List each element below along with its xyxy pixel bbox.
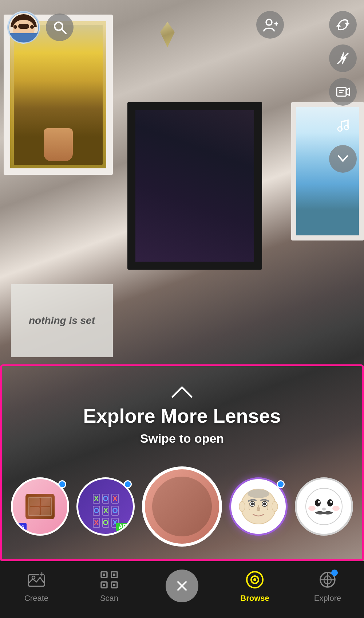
lens-old-portrait[interactable]: ✦ [229, 477, 288, 536]
svg-line-1 [62, 30, 66, 34]
nav-item-browse[interactable]: Browse [218, 569, 291, 603]
explore-notification-dot [331, 570, 338, 576]
svg-rect-38 [113, 574, 115, 576]
svg-point-19 [272, 501, 278, 512]
app: nothing is set [0, 0, 364, 618]
svg-point-25 [322, 508, 326, 511]
music-button[interactable] [329, 112, 357, 139]
new-lens-indicator [124, 480, 132, 488]
mustache-face-icon [304, 486, 344, 527]
svg-rect-39 [103, 584, 105, 586]
search-button[interactable] [46, 13, 74, 41]
svg-point-17 [263, 502, 266, 505]
scan-nav-icon [98, 569, 120, 591]
close-icon [174, 578, 190, 594]
scan-icon [100, 570, 119, 589]
create-nav-label: Create [24, 594, 48, 603]
music-icon [336, 118, 350, 133]
wall-text: nothing is set [11, 284, 113, 357]
flash-off-icon [336, 51, 350, 66]
nav-item-scan[interactable]: Scan [73, 569, 146, 603]
lens-circle-active [142, 466, 222, 547]
chevron-up-icon [171, 385, 193, 398]
browse-nav-icon [244, 569, 266, 591]
svg-rect-3 [337, 87, 346, 96]
chocolate-icon [25, 494, 55, 519]
add-friend-icon [262, 17, 278, 32]
svg-rect-40 [113, 584, 115, 586]
explore-nav-label: Explore [314, 594, 341, 603]
vs-badge: vs [16, 523, 27, 531]
more-options-button[interactable] [329, 145, 357, 173]
create-nav-icon [25, 569, 47, 591]
browse-nav-label: Browse [240, 594, 269, 603]
explore-nav-icon [317, 569, 339, 591]
svg-point-13 [248, 489, 269, 498]
top-left-controls [7, 11, 74, 44]
top-right-controls [329, 11, 357, 173]
lens-circle [295, 477, 353, 536]
lens-mustache-face[interactable] [295, 477, 353, 536]
scan-nav-label: Scan [100, 594, 118, 603]
lens-tictactoe-ar[interactable]: X O X O X O X O X AR [76, 477, 135, 536]
bitmoji-avatar [9, 13, 38, 42]
lens-chocolate-vs[interactable]: vs [11, 477, 69, 536]
flip-camera-button[interactable] [329, 11, 357, 39]
top-controls [0, 0, 364, 184]
close-button[interactable] [166, 570, 198, 602]
nav-item-create[interactable]: Create [0, 569, 73, 603]
add-friend-button[interactable] [256, 11, 284, 39]
nav-item-explore[interactable]: Explore [291, 569, 364, 603]
ar-badge: AR [116, 523, 130, 531]
new-lens-indicator [277, 480, 285, 488]
tictactoe-icon: X O X O X O X O X [89, 490, 122, 523]
old-man-face-icon [238, 486, 278, 527]
nav-item-close[interactable] [146, 570, 218, 602]
svg-point-21 [315, 499, 321, 506]
flip-camera-icon [336, 17, 350, 32]
svg-point-45 [253, 578, 256, 581]
svg-marker-4 [346, 88, 349, 95]
lens-active-camera[interactable] [142, 466, 222, 547]
lens-tray: Explore More Lenses Swipe to open [0, 364, 364, 561]
bottom-navigation: Create Scan [0, 561, 364, 618]
explore-lenses-title: Explore More Lenses [0, 404, 364, 427]
browse-icon [245, 570, 265, 590]
search-icon [52, 20, 67, 35]
svg-point-18 [239, 501, 245, 512]
video-icon [336, 85, 350, 99]
avatar-button[interactable] [7, 11, 40, 44]
chevron-down-icon [336, 152, 349, 165]
svg-point-16 [251, 502, 254, 505]
lens-explore-text: Explore More Lenses Swipe to open [0, 386, 364, 446]
svg-point-9 [266, 19, 272, 25]
svg-rect-37 [103, 574, 105, 576]
swipe-to-open-text: Swipe to open [0, 431, 364, 446]
swipe-up-chevron [171, 386, 193, 397]
lens-carousel: vs X O X O X O X O X [0, 463, 364, 550]
svg-point-24 [330, 501, 332, 503]
new-lens-indicator [58, 480, 66, 488]
memories-button[interactable] [329, 78, 357, 106]
svg-point-26 [308, 506, 316, 511]
svg-point-23 [318, 501, 320, 503]
svg-point-22 [327, 499, 333, 506]
create-icon [27, 570, 46, 589]
flash-off-button[interactable] [329, 44, 357, 72]
svg-point-27 [332, 506, 340, 511]
